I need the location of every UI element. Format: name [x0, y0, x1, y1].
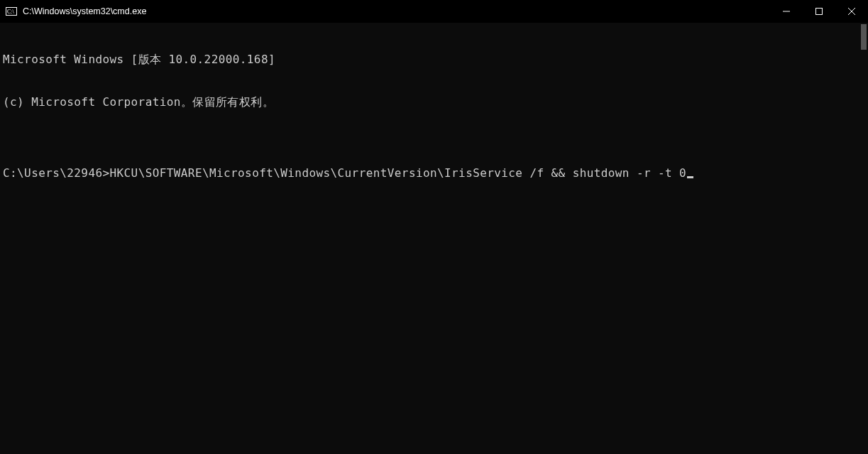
window-title: C:\Windows\system32\cmd.exe — [23, 6, 146, 16]
scrollbar-thumb[interactable] — [861, 24, 867, 50]
cmd-icon: C:\ — [6, 6, 17, 17]
minimize-button[interactable] — [770, 0, 803, 23]
terminal-cursor — [687, 176, 693, 178]
terminal-line: Microsoft Windows [版本 10.0.22000.168] — [3, 53, 865, 67]
terminal-area[interactable]: Microsoft Windows [版本 10.0.22000.168] (c… — [0, 23, 868, 454]
maximize-button[interactable] — [803, 0, 835, 23]
terminal-prompt: C:\Users\22946> — [3, 166, 110, 180]
window-controls — [770, 0, 868, 22]
terminal-prompt-line: C:\Users\22946>HKCU\SOFTWARE\Microsoft\W… — [3, 166, 865, 180]
terminal-line: (c) Microsoft Corporation。保留所有权利。 — [3, 95, 865, 109]
titlebar-left: C:\ C:\Windows\system32\cmd.exe — [0, 6, 146, 17]
close-button[interactable] — [835, 0, 868, 23]
titlebar[interactable]: C:\ C:\Windows\system32\cmd.exe — [0, 0, 868, 23]
svg-text:C:\: C:\ — [7, 8, 15, 14]
terminal-command: HKCU\SOFTWARE\Microsoft\Windows\CurrentV… — [110, 166, 687, 180]
svg-rect-3 — [816, 9, 823, 15]
